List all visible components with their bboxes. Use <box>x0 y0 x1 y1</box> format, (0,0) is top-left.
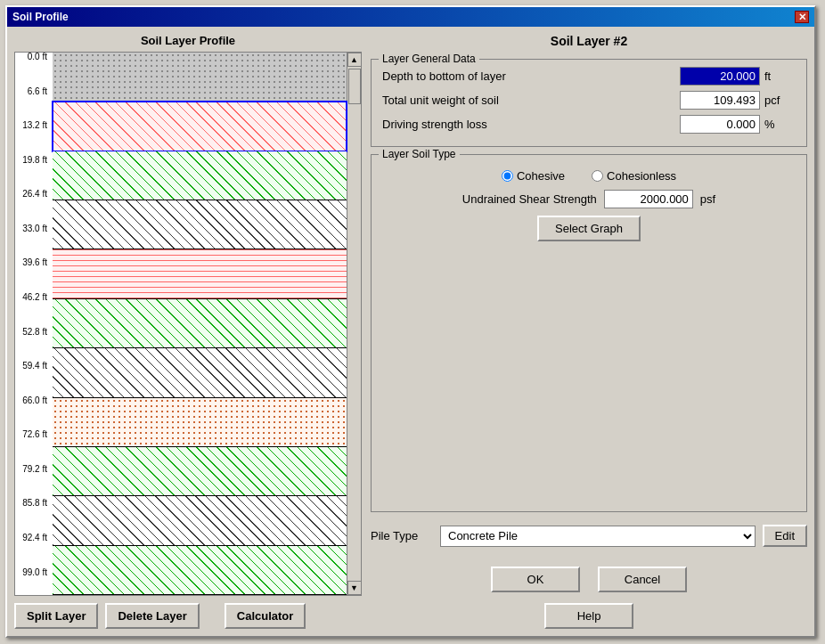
split-layer-button[interactable]: Split Layer <box>14 603 98 629</box>
right-panel: Soil Layer #2 Layer General Data Depth t… <box>371 34 807 629</box>
cohesionless-radio[interactable] <box>592 170 603 182</box>
layer-general-data-group: Layer General Data Depth to bottom of la… <box>371 59 807 147</box>
ok-cancel-row: OK Cancel <box>371 563 807 592</box>
depth-labels: 0.0 ft6.6 ft13.2 ft19.8 ft26.4 ft33.0 ft… <box>15 53 53 595</box>
driving-strength-unit: % <box>764 118 796 131</box>
driving-strength-row: Driving strength loss % <box>382 115 796 134</box>
undrained-shear-row: Undrained Shear Strength psf <box>382 190 796 208</box>
depth-label-15: 99.0 ft <box>22 568 50 577</box>
scroll-up-arrow[interactable]: ▲ <box>347 53 362 67</box>
soil-layers <box>53 53 347 595</box>
cohesive-label: Cohesive <box>517 169 565 183</box>
soil-layer-2[interactable] <box>53 151 347 200</box>
depth-label-14: 92.4 ft <box>22 534 50 542</box>
depth-label-0: 0.0 ft <box>28 53 50 61</box>
depth-label-13: 85.8 ft <box>22 499 50 508</box>
depth-label-2: 13.2 ft <box>22 121 50 130</box>
driving-strength-input[interactable] <box>680 115 760 134</box>
layer-soil-type-group: Layer Soil Type Cohesive Cohesionless Un… <box>371 154 807 512</box>
depth-label-7: 46.2 ft <box>22 293 50 302</box>
soil-layer-9[interactable] <box>53 496 347 545</box>
cohesionless-radio-label[interactable]: Cohesionless <box>592 169 676 183</box>
soil-layer-10[interactable] <box>53 546 347 595</box>
unit-weight-unit: pcf <box>764 94 796 107</box>
unit-weight-label: Total unit weight of soil <box>382 94 680 107</box>
scroll-thumb[interactable] <box>348 69 361 104</box>
cohesionless-label: Cohesionless <box>607 169 676 183</box>
soil-type-radio-row: Cohesive Cohesionless <box>382 169 796 183</box>
soil-layer-7[interactable] <box>53 398 347 447</box>
window-content: Soil Layer Profile 0.0 ft6.6 ft13.2 ft19… <box>7 27 814 636</box>
help-row: Help <box>371 603 807 629</box>
soil-layer-0[interactable] <box>53 53 347 102</box>
soil-layer-8[interactable] <box>53 447 347 496</box>
depth-input[interactable] <box>680 67 760 86</box>
depth-unit: ft <box>764 69 796 83</box>
cohesive-radio[interactable] <box>502 170 513 182</box>
unit-weight-input[interactable] <box>680 91 760 110</box>
driving-strength-label: Driving strength loss <box>382 118 680 131</box>
depth-label-8: 52.8 ft <box>22 328 50 337</box>
window-title: Soil Profile <box>12 11 69 23</box>
soil-profile-container: 0.0 ft6.6 ft13.2 ft19.8 ft26.4 ft33.0 ft… <box>14 52 362 596</box>
undrained-shear-unit: psf <box>700 192 715 206</box>
depth-label-3: 19.8 ft <box>22 156 50 165</box>
soil-profile-title: Soil Layer Profile <box>14 34 362 47</box>
scroll-down-arrow[interactable]: ▼ <box>347 581 362 595</box>
soil-layer-3[interactable] <box>53 200 347 249</box>
ok-button[interactable]: OK <box>491 567 580 592</box>
edit-button[interactable]: Edit <box>763 525 807 547</box>
select-graph-button[interactable]: Select Graph <box>537 216 641 241</box>
undrained-shear-label: Undrained Shear Strength <box>462 192 597 206</box>
title-bar: Soil Profile ✕ <box>7 7 814 27</box>
depth-label: Depth to bottom of layer <box>382 69 680 83</box>
depth-label-1: 6.6 ft <box>28 87 50 96</box>
vertical-scrollbar[interactable]: ▲ ▼ <box>347 53 361 595</box>
cancel-button[interactable]: Cancel <box>598 567 687 592</box>
depth-row: Depth to bottom of layer ft <box>382 67 796 86</box>
pile-type-row: Pile Type Concrete Pile Steel H-Pile Ste… <box>371 519 807 552</box>
close-button[interactable]: ✕ <box>795 11 809 23</box>
unit-weight-row: Total unit weight of soil pcf <box>382 91 796 110</box>
soil-layer-5[interactable] <box>53 299 347 348</box>
soil-layer-1[interactable] <box>53 102 347 151</box>
depth-label-11: 72.6 ft <box>22 430 50 439</box>
layer-soil-type-label: Layer Soil Type <box>379 148 460 160</box>
bottom-buttons: Split Layer Delete Layer Calculator <box>14 603 362 629</box>
help-button[interactable]: Help <box>544 603 633 629</box>
cohesive-radio-label[interactable]: Cohesive <box>502 169 565 183</box>
pile-type-select[interactable]: Concrete Pile Steel H-Pile Steel Pipe Pi… <box>440 526 756 547</box>
pile-type-label: Pile Type <box>371 529 433 542</box>
depth-label-4: 26.4 ft <box>22 190 50 199</box>
depth-label-12: 79.2 ft <box>22 465 50 474</box>
soil-profile-area: 0.0 ft6.6 ft13.2 ft19.8 ft26.4 ft33.0 ft… <box>14 52 362 596</box>
depth-label-9: 59.4 ft <box>22 362 50 371</box>
left-panel: Soil Layer Profile 0.0 ft6.6 ft13.2 ft19… <box>14 34 362 629</box>
calculator-button[interactable]: Calculator <box>225 603 306 629</box>
delete-layer-button[interactable]: Delete Layer <box>105 603 199 629</box>
layer-general-data-label: Layer General Data <box>379 53 479 65</box>
main-window: Soil Profile ✕ Soil Layer Profile 0.0 ft… <box>5 5 816 638</box>
depth-label-10: 66.0 ft <box>22 396 50 405</box>
depth-label-5: 33.0 ft <box>22 224 50 233</box>
depth-label-6: 39.6 ft <box>22 258 50 267</box>
undrained-shear-input[interactable] <box>604 190 693 208</box>
soil-layer-6[interactable] <box>53 348 347 397</box>
soil-layer-4[interactable] <box>53 249 347 298</box>
layer-title: Soil Layer #2 <box>371 34 807 48</box>
layers-with-scroll: ▲ ▼ <box>53 53 361 595</box>
